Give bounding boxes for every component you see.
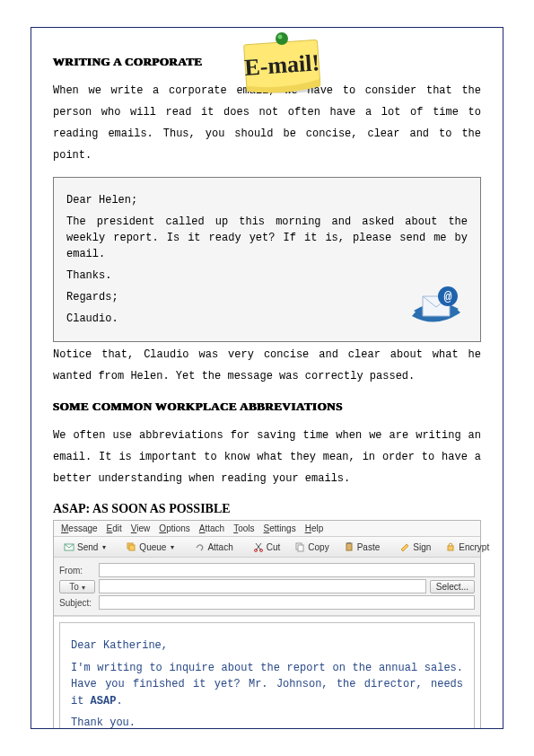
compose-greeting: Dear Katherine, — [71, 637, 463, 655]
compose-area: Dear Katherine, I'm writing to inquire a… — [54, 616, 480, 729]
svg-text:@: @ — [443, 290, 451, 305]
sticky-text: E-mail! — [243, 49, 320, 81]
from-input[interactable] — [99, 563, 475, 577]
send-button[interactable]: Send▾ — [59, 540, 110, 554]
email-client-window: Message Edit View Options Attach Tools S… — [53, 520, 481, 729]
sticky-note-email-icon: E-mail! — [232, 27, 331, 98]
menu-tools[interactable]: Tools — [233, 523, 254, 533]
page-frame: WRITING A CORPORATE E-mail! When we writ… — [31, 27, 503, 729]
menu-view[interactable]: View — [131, 523, 151, 533]
paste-button[interactable]: Paste — [339, 540, 385, 554]
compose-thanks: Thank you. — [71, 715, 463, 729]
svg-rect-9 — [129, 545, 135, 550]
svg-rect-18 — [448, 546, 453, 550]
svg-rect-15 — [298, 545, 303, 551]
menubar: Message Edit View Options Attach Tools S… — [54, 521, 480, 537]
encrypt-button[interactable]: Encrypt — [441, 540, 494, 554]
menu-attach[interactable]: Attach — [199, 523, 224, 533]
menu-help[interactable]: Help — [305, 523, 324, 533]
cut-button[interactable]: Cut — [249, 540, 285, 554]
toolbar: Send▾ Queue▾ Attach Cut Copy Paste Sign … — [54, 537, 480, 558]
svg-rect-16 — [346, 543, 352, 550]
copy-button[interactable]: Copy — [290, 540, 333, 554]
sample-email-box: Dear Helen; The president called up this… — [53, 177, 481, 342]
abbr-intro-paragraph: We often use abbreviations for saving ti… — [53, 425, 481, 489]
svg-point-3 — [278, 35, 283, 40]
to-input[interactable] — [99, 579, 426, 593]
menu-options[interactable]: Options — [159, 523, 189, 533]
title-row: WRITING A CORPORATE E-mail! — [53, 55, 481, 69]
select-button[interactable]: Select... — [430, 580, 475, 593]
main-title: WRITING A CORPORATE — [53, 55, 203, 69]
attach-button[interactable]: Attach — [189, 540, 237, 554]
svg-rect-17 — [347, 542, 351, 544]
sign-button[interactable]: Sign — [395, 540, 435, 554]
compose-body-text: I'm writing to inquire about the report … — [71, 660, 463, 710]
headers-panel: From: To ▾ Select... Subject: — [54, 558, 480, 616]
queue-button[interactable]: Queue▾ — [121, 540, 179, 554]
menu-settings[interactable]: Settings — [264, 523, 296, 533]
to-button[interactable]: To ▾ — [59, 580, 95, 593]
email-body: The president called up this morning and… — [66, 214, 468, 262]
menu-edit[interactable]: Edit — [107, 523, 122, 533]
email-greeting: Dear Helen; — [66, 192, 468, 208]
compose-body[interactable]: Dear Katherine, I'm writing to inquire a… — [59, 622, 475, 729]
notice-paragraph: Notice that, Claudio was very concise an… — [53, 344, 481, 387]
asap-heading: ASAP: AS SOON AS POSSIBLE — [53, 502, 481, 516]
menu-message[interactable]: Message — [61, 523, 98, 533]
page: WRITING A CORPORATE E-mail! When we writ… — [0, 0, 534, 756]
from-label: From: — [59, 566, 95, 576]
subject-label: Subject: — [59, 598, 95, 608]
section-title-abbreviations: SOME COMMON WORKPLACE ABBREVIATIONS — [53, 400, 481, 414]
subject-input[interactable] — [99, 595, 475, 610]
email-at-icon: @ — [405, 280, 468, 334]
svg-point-2 — [276, 32, 288, 45]
